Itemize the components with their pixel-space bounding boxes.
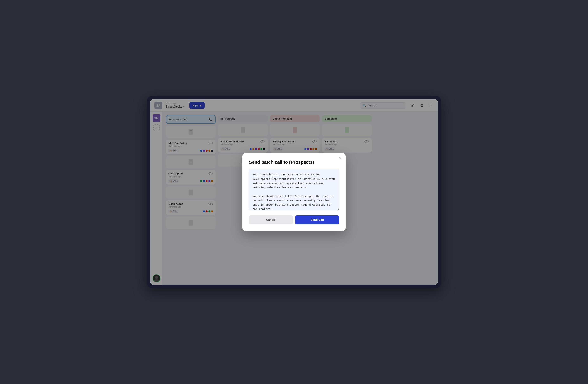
modal-title: Send batch call to (Prospects) (249, 160, 339, 165)
modal-buttons: Cancel Send Call (249, 215, 339, 224)
cancel-button[interactable]: Cancel (249, 215, 293, 224)
modal-overlay: × Send batch call to (Prospects) Cancel … (150, 99, 438, 285)
send-call-button[interactable]: Send Call (295, 215, 339, 224)
send-batch-call-modal: × Send batch call to (Prospects) Cancel … (242, 153, 346, 231)
modal-textarea[interactable] (249, 169, 339, 210)
modal-close-button[interactable]: × (339, 156, 341, 160)
